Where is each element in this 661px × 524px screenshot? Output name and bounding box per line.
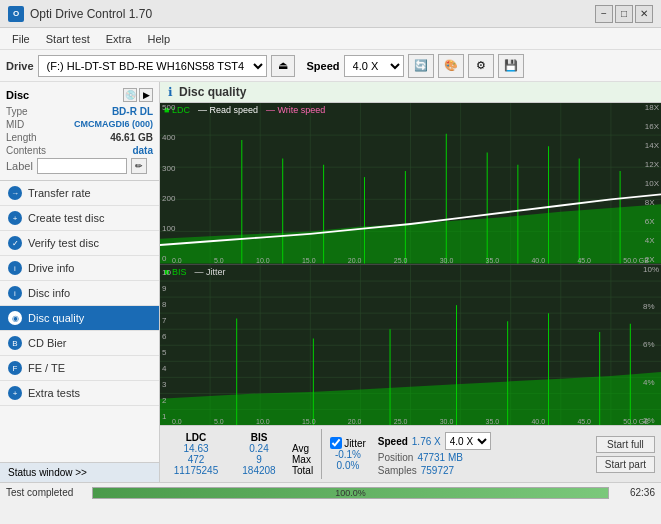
sidebar-item-extra-tests[interactable]: + Extra tests [0,381,159,406]
sidebar-item-transfer-rate-label: Transfer rate [28,187,91,199]
progress-area: Test completed 100.0% 62:36 [0,482,661,502]
sidebar-item-disc-quality-label: Disc quality [28,312,84,324]
disc-contents-row: Contents data [6,145,153,156]
disc-length-row: Length 46.61 GB [6,132,153,143]
disc-header: Disc 💿 ▶ [6,88,153,102]
ldc-stats: LDC 14.63 472 11175245 [166,432,226,476]
bis-total: 184208 [242,465,275,476]
disc-label-label: Label [6,160,33,172]
start-buttons: Start full Start part [596,436,655,473]
sidebar-item-disc-quality[interactable]: ◉ Disc quality [0,306,159,331]
jitter-checkbox[interactable] [330,437,342,449]
sidebar-item-drive-info[interactable]: i Drive info [0,256,159,281]
y-right-18x: 18X [645,103,659,112]
speed-full-select[interactable]: 4.0 X 1.0 X 2.0 X [445,432,491,450]
start-part-button[interactable]: Start part [596,456,655,473]
save-button[interactable]: 💾 [498,54,524,78]
stats-divider [321,429,322,479]
disc-panel: Disc 💿 ▶ Type BD-R DL MID CMCMAGDI6 (000… [0,82,159,181]
ldc-avg: 14.63 [183,443,208,454]
jitter-legend-item: — Jitter [194,267,225,277]
drive-select[interactable]: (F:) HL-DT-ST BD-RE WH16NS58 TST4 [38,55,267,77]
status-window-button[interactable]: Status window >> [0,462,159,482]
bis-avg: 0.24 [249,443,268,454]
minimize-button[interactable]: − [595,5,613,23]
speed-select[interactable]: 4.0 X 1.0 X 2.0 X 6.0 X 8.0 X [344,55,404,77]
y-right-12x: 12X [645,160,659,169]
sidebar-item-verify-test-disc-label: Verify test disc [28,237,99,249]
position-label: Position [378,452,414,463]
disc-mid-label: MID [6,119,24,130]
sidebar-item-disc-info-label: Disc info [28,287,70,299]
chart1-x-labels: 0.0 5.0 10.0 15.0 20.0 25.0 30.0 35.0 40… [172,257,649,264]
chart1: ■ LDC — Read speed — Write speed 500 400… [160,103,661,265]
chart2-x-labels: 0.0 5.0 10.0 15.0 20.0 25.0 30.0 35.0 40… [172,418,649,425]
sidebar: Disc 💿 ▶ Type BD-R DL MID CMCMAGDI6 (000… [0,82,160,482]
jitter-section: Jitter -0.1% 0.0% [330,437,366,471]
disc-length-value: 46.61 GB [110,132,153,143]
position-value: 47731 MB [417,452,463,463]
y-right-4x: 4X [645,236,659,245]
chart2-svg [160,265,661,426]
eject-button[interactable]: ⏏ [271,55,295,77]
cd-bier-icon: B [8,336,22,350]
row-labels: Avg Max Total [292,432,313,476]
disc-mid-value: CMCMAGDI6 (000) [74,119,153,130]
toolbar: Drive (F:) HL-DT-ST BD-RE WH16NS58 TST4 … [0,50,661,82]
disc-refresh-btn[interactable]: ▶ [139,88,153,102]
disc-contents-label: Contents [6,145,46,156]
disc-type-label: Type [6,106,28,117]
sidebar-item-transfer-rate[interactable]: → Transfer rate [0,181,159,206]
drive-label: Drive [6,60,34,72]
disc-label-input[interactable] [37,158,127,174]
sidebar-item-cd-bier[interactable]: B CD Bier [0,331,159,356]
window-controls: − □ ✕ [595,5,653,23]
menu-start-test[interactable]: Start test [38,31,98,47]
settings-button[interactable]: ⚙ [468,54,494,78]
disc-label-edit-btn[interactable]: ✏ [131,158,147,174]
disc-mid-row: MID CMCMAGDI6 (000) [6,119,153,130]
y-right-10x: 10X [645,179,659,188]
menu-help[interactable]: Help [139,31,178,47]
disc-info-icon: i [8,286,22,300]
disc-type-row: Type BD-R DL [6,106,153,117]
ldc-max: 472 [188,454,205,465]
bis-stats: BIS 0.24 9 184208 [234,432,284,476]
menu-extra[interactable]: Extra [98,31,140,47]
menu-bar: File Start test Extra Help [0,28,661,50]
y-label-200: 200 [162,194,175,203]
disc-icon-btn[interactable]: 💿 [123,88,137,102]
maximize-button[interactable]: □ [615,5,633,23]
app-title: Opti Drive Control 1.70 [30,7,152,21]
disc-quality-header-icon: ℹ [168,85,173,99]
refresh-button[interactable]: 🔄 [408,54,434,78]
create-test-disc-icon: + [8,211,22,225]
sidebar-item-verify-test-disc[interactable]: ✓ Verify test disc [0,231,159,256]
y-right-8x: 8X [645,198,659,207]
sidebar-item-drive-info-label: Drive info [28,262,74,274]
sidebar-item-disc-info[interactable]: i Disc info [0,281,159,306]
samples-label: Samples [378,465,417,476]
sidebar-item-create-test-disc[interactable]: + Create test disc [0,206,159,231]
chart1-y-right-labels: 18X 16X 14X 12X 10X 8X 6X 4X 2X [645,103,659,264]
color-button[interactable]: 🎨 [438,54,464,78]
speed-label: Speed [378,436,408,447]
disc-contents-value: data [132,145,153,156]
stats-bar: LDC 14.63 472 11175245 BIS 0.24 9 184208… [160,425,661,482]
sidebar-item-fe-te[interactable]: F FE / TE [0,356,159,381]
menu-file[interactable]: File [4,31,38,47]
fe-te-icon: F [8,361,22,375]
ldc-total: 11175245 [174,465,219,476]
bis-max: 9 [256,454,262,465]
progress-percent: 100.0% [335,488,366,498]
speed-row: Speed 1.76 X 4.0 X 1.0 X 2.0 X [378,432,491,450]
samples-row: Samples 759727 [378,465,491,476]
content-area: ℹ Disc quality [160,82,661,482]
position-row: Position 47731 MB [378,452,491,463]
start-full-button[interactable]: Start full [596,436,655,453]
y-label-300: 300 [162,164,175,173]
close-button[interactable]: ✕ [635,5,653,23]
jitter-check-row: Jitter [330,437,366,449]
transfer-rate-icon: → [8,186,22,200]
chart2-y-labels: 10 9 8 7 6 5 4 3 2 1 [162,265,171,426]
